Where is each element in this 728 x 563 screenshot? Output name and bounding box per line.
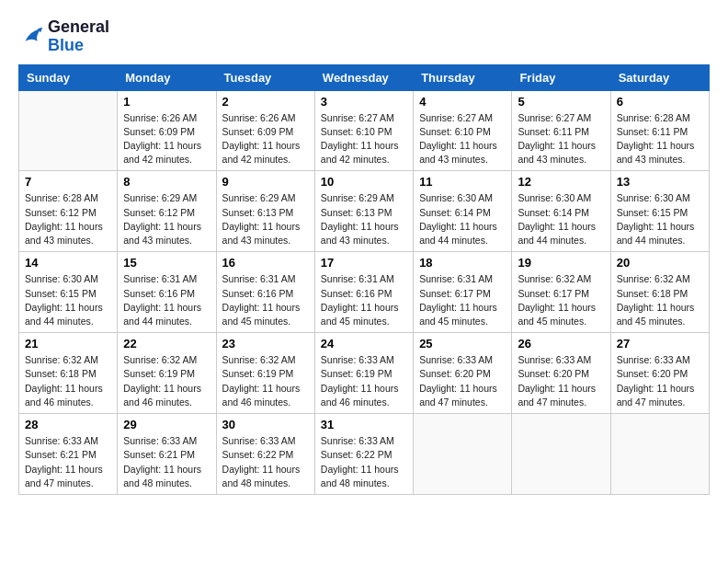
calendar-day-cell: 18Sunrise: 6:31 AMSunset: 6:17 PMDayligh… [414,252,512,333]
day-detail: Sunrise: 6:30 AMSunset: 6:14 PMDaylight:… [518,191,604,247]
day-detail: Sunrise: 6:26 AMSunset: 6:09 PMDaylight:… [222,111,309,167]
day-number: 14 [25,256,111,270]
weekday-header: Friday [512,64,610,90]
calendar-day-cell [19,90,118,171]
day-detail: Sunrise: 6:28 AMSunset: 6:12 PMDaylight:… [25,191,111,247]
day-number: 23 [222,337,309,350]
day-number: 20 [617,256,703,270]
calendar-day-cell: 10Sunrise: 6:29 AMSunset: 6:13 PMDayligh… [314,171,413,252]
day-detail: Sunrise: 6:33 AMSunset: 6:20 PMDaylight:… [518,353,604,409]
weekday-header: Tuesday [216,64,314,90]
day-detail: Sunrise: 6:28 AMSunset: 6:11 PMDaylight:… [617,111,703,167]
day-detail: Sunrise: 6:27 AMSunset: 6:10 PMDaylight:… [419,111,506,167]
day-number: 18 [419,256,506,270]
calendar-day-cell: 24Sunrise: 6:33 AMSunset: 6:19 PMDayligh… [314,333,413,414]
day-number: 10 [321,175,407,189]
day-number: 19 [518,256,604,270]
weekday-header: Thursday [414,64,512,90]
day-detail: Sunrise: 6:33 AMSunset: 6:20 PMDaylight:… [617,353,703,409]
calendar-day-cell [512,414,610,495]
day-detail: Sunrise: 6:29 AMSunset: 6:12 PMDaylight:… [123,191,210,247]
calendar-day-cell: 25Sunrise: 6:33 AMSunset: 6:20 PMDayligh… [414,333,512,414]
logo-icon [18,24,44,50]
calendar-day-cell: 26Sunrise: 6:33 AMSunset: 6:20 PMDayligh… [512,333,610,414]
day-number: 4 [419,95,506,109]
day-number: 13 [617,175,703,189]
calendar-day-cell: 13Sunrise: 6:30 AMSunset: 6:15 PMDayligh… [610,171,709,252]
day-detail: Sunrise: 6:32 AMSunset: 6:19 PMDaylight:… [222,353,309,409]
day-detail: Sunrise: 6:29 AMSunset: 6:13 PMDaylight:… [222,191,309,247]
day-detail: Sunrise: 6:32 AMSunset: 6:19 PMDaylight:… [123,353,210,409]
day-number: 30 [222,418,309,431]
calendar-day-cell: 12Sunrise: 6:30 AMSunset: 6:14 PMDayligh… [512,171,610,252]
day-detail: Sunrise: 6:29 AMSunset: 6:13 PMDaylight:… [321,191,407,247]
day-detail: Sunrise: 6:27 AMSunset: 6:10 PMDaylight:… [321,111,407,167]
calendar-day-cell: 16Sunrise: 6:31 AMSunset: 6:16 PMDayligh… [216,252,314,333]
calendar-day-cell: 5Sunrise: 6:27 AMSunset: 6:11 PMDaylight… [512,90,610,171]
day-detail: Sunrise: 6:31 AMSunset: 6:16 PMDaylight:… [123,272,210,328]
calendar-header-row: SundayMondayTuesdayWednesdayThursdayFrid… [19,64,710,90]
day-number: 29 [123,418,210,431]
weekday-header: Monday [118,64,216,90]
day-detail: Sunrise: 6:32 AMSunset: 6:18 PMDaylight:… [25,353,111,409]
day-number: 17 [321,256,407,270]
weekday-header: Saturday [610,64,709,90]
calendar-day-cell: 14Sunrise: 6:30 AMSunset: 6:15 PMDayligh… [19,252,118,333]
day-detail: Sunrise: 6:27 AMSunset: 6:11 PMDaylight:… [518,111,604,167]
calendar-week-row: 14Sunrise: 6:30 AMSunset: 6:15 PMDayligh… [19,252,710,333]
calendar-day-cell: 7Sunrise: 6:28 AMSunset: 6:12 PMDaylight… [19,171,118,252]
calendar-day-cell: 6Sunrise: 6:28 AMSunset: 6:11 PMDaylight… [610,90,709,171]
day-number: 3 [321,95,407,109]
day-detail: Sunrise: 6:32 AMSunset: 6:17 PMDaylight:… [518,272,604,328]
day-detail: Sunrise: 6:33 AMSunset: 6:22 PMDaylight:… [222,434,309,490]
calendar-day-cell: 17Sunrise: 6:31 AMSunset: 6:16 PMDayligh… [314,252,413,333]
day-number: 5 [518,95,604,109]
calendar-day-cell: 9Sunrise: 6:29 AMSunset: 6:13 PMDaylight… [216,171,314,252]
day-number: 1 [123,95,210,109]
day-number: 12 [518,175,604,189]
day-number: 25 [419,337,506,350]
logo: General Blue [18,18,109,55]
calendar-table: SundayMondayTuesdayWednesdayThursdayFrid… [18,64,710,495]
day-number: 22 [123,337,210,350]
day-detail: Sunrise: 6:30 AMSunset: 6:15 PMDaylight:… [25,272,111,328]
calendar-day-cell: 28Sunrise: 6:33 AMSunset: 6:21 PMDayligh… [19,414,118,495]
calendar-day-cell: 1Sunrise: 6:26 AMSunset: 6:09 PMDaylight… [118,90,216,171]
logo-text: General Blue [48,18,109,55]
day-number: 11 [419,175,506,189]
day-detail: Sunrise: 6:33 AMSunset: 6:19 PMDaylight:… [321,353,407,409]
day-number: 2 [222,95,309,109]
day-number: 7 [25,175,111,189]
calendar-day-cell: 22Sunrise: 6:32 AMSunset: 6:19 PMDayligh… [118,333,216,414]
calendar-week-row: 21Sunrise: 6:32 AMSunset: 6:18 PMDayligh… [19,333,710,414]
page-header: General Blue [18,18,710,55]
day-detail: Sunrise: 6:33 AMSunset: 6:20 PMDaylight:… [419,353,506,409]
day-number: 6 [617,95,703,109]
day-number: 15 [123,256,210,270]
day-number: 21 [25,337,111,350]
day-detail: Sunrise: 6:31 AMSunset: 6:16 PMDaylight:… [222,272,309,328]
calendar-week-row: 1Sunrise: 6:26 AMSunset: 6:09 PMDaylight… [19,90,710,171]
calendar-day-cell: 3Sunrise: 6:27 AMSunset: 6:10 PMDaylight… [314,90,413,171]
day-number: 27 [617,337,703,350]
calendar-day-cell [414,414,512,495]
day-detail: Sunrise: 6:30 AMSunset: 6:15 PMDaylight:… [617,191,703,247]
calendar-day-cell: 8Sunrise: 6:29 AMSunset: 6:12 PMDaylight… [118,171,216,252]
day-detail: Sunrise: 6:30 AMSunset: 6:14 PMDaylight:… [419,191,506,247]
day-detail: Sunrise: 6:32 AMSunset: 6:18 PMDaylight:… [617,272,703,328]
day-number: 28 [25,418,111,431]
calendar-day-cell: 21Sunrise: 6:32 AMSunset: 6:18 PMDayligh… [19,333,118,414]
calendar-day-cell: 30Sunrise: 6:33 AMSunset: 6:22 PMDayligh… [216,414,314,495]
day-detail: Sunrise: 6:33 AMSunset: 6:22 PMDaylight:… [321,434,407,490]
calendar-day-cell: 2Sunrise: 6:26 AMSunset: 6:09 PMDaylight… [216,90,314,171]
day-detail: Sunrise: 6:33 AMSunset: 6:21 PMDaylight:… [123,434,210,490]
weekday-header: Sunday [19,64,118,90]
day-detail: Sunrise: 6:26 AMSunset: 6:09 PMDaylight:… [123,111,210,167]
day-number: 16 [222,256,309,270]
calendar-day-cell [610,414,709,495]
day-detail: Sunrise: 6:31 AMSunset: 6:17 PMDaylight:… [419,272,506,328]
day-number: 31 [321,418,407,431]
calendar-day-cell: 15Sunrise: 6:31 AMSunset: 6:16 PMDayligh… [118,252,216,333]
calendar-day-cell: 4Sunrise: 6:27 AMSunset: 6:10 PMDaylight… [414,90,512,171]
day-detail: Sunrise: 6:33 AMSunset: 6:21 PMDaylight:… [25,434,111,490]
